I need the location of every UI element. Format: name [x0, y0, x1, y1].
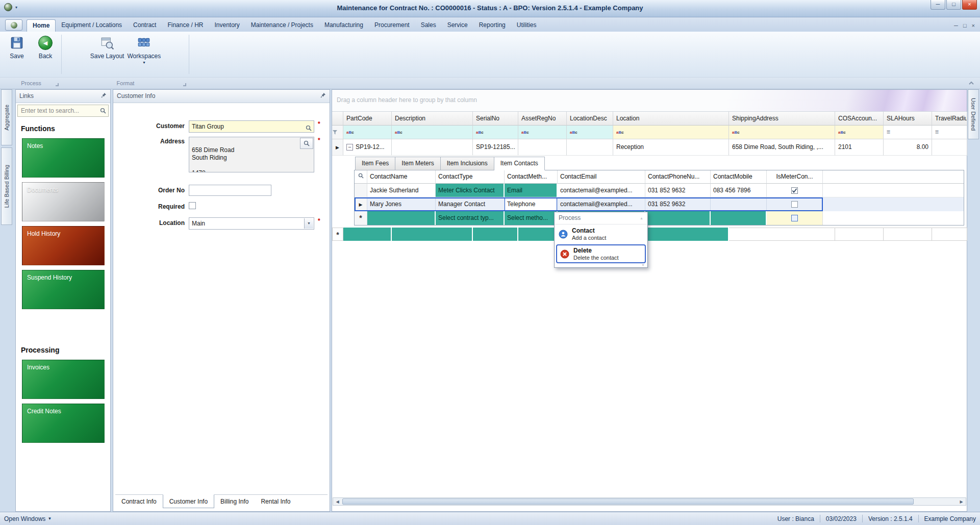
- address-lookup-button[interactable]: [300, 138, 313, 149]
- cell-locationdesc[interactable]: [567, 139, 613, 156]
- filter-cell-travelradius[interactable]: =: [932, 126, 967, 139]
- location-select[interactable]: Main ▼: [189, 217, 314, 230]
- cell-contactemail[interactable]: contactemail@exampled...: [558, 184, 645, 197]
- ribbon-tab-inventory[interactable]: Inventory: [209, 19, 245, 32]
- open-windows-button[interactable]: Open Windows: [4, 515, 45, 522]
- cell-contactname[interactable]: Jackie Sutherland: [367, 184, 436, 197]
- column-header-contactname[interactable]: ContactName: [367, 170, 436, 184]
- order-no-field[interactable]: [189, 185, 271, 196]
- filter-cell-partcode[interactable]: aBc: [343, 126, 392, 139]
- invoices-button[interactable]: Invoices: [22, 360, 105, 399]
- filter-cell-serialno[interactable]: aBc: [473, 126, 518, 139]
- contact-new-row[interactable]: * Select contract typ... Select metho...: [355, 211, 964, 225]
- credit-notes-button[interactable]: Credit Notes: [22, 404, 105, 443]
- ribbon-tab-home[interactable]: Home: [27, 19, 56, 32]
- column-header-contactmobile[interactable]: ContactMobile: [711, 170, 767, 184]
- column-header-ismetercontact[interactable]: IsMeterCon...: [767, 170, 823, 184]
- app-menu-button[interactable]: [5, 19, 22, 31]
- column-header-description[interactable]: Description: [392, 112, 473, 126]
- column-header-shippingaddress[interactable]: ShippingAddress: [729, 112, 835, 126]
- save-button[interactable]: Save: [4, 32, 30, 78]
- contract-item-row[interactable]: ▶ −SP19-12... SP19-12185... Reception 65…: [332, 139, 967, 156]
- open-windows-caret-icon[interactable]: ▼: [47, 516, 52, 521]
- cell-shippingaddress[interactable]: 658 Dime Road, South Riding, ,...: [729, 139, 835, 156]
- menu-item-contact[interactable]: Contact Add a contact: [555, 224, 647, 243]
- group-by-bar[interactable]: Drag a column header here to group by th…: [332, 90, 967, 112]
- new-cell-shippingaddress[interactable]: [729, 228, 835, 241]
- menu-item-delete[interactable]: Delete Delete the contact: [556, 244, 646, 263]
- cell-contactphone[interactable]: 031 852 9632: [645, 197, 711, 211]
- group-dialog-launcher-icon[interactable]: [183, 83, 186, 86]
- ribbon-tab-manufacturing[interactable]: Manufacturing: [319, 19, 369, 32]
- new-cell-contactphone[interactable]: [645, 211, 711, 225]
- column-header-contacttype[interactable]: ContactType: [436, 170, 505, 184]
- tab-item-meters[interactable]: Item Meters: [395, 157, 440, 170]
- new-cell-partcode[interactable]: [343, 228, 392, 241]
- checkbox-unchecked-icon[interactable]: [791, 201, 798, 208]
- save-layout-button[interactable]: Save Layout: [90, 32, 124, 78]
- checkbox-checked-icon[interactable]: [791, 187, 798, 194]
- new-cell-slahours[interactable]: [884, 228, 932, 241]
- cell-partcode[interactable]: −SP19-12...: [343, 139, 392, 156]
- ribbon-tab-service[interactable]: Service: [442, 19, 473, 32]
- workspaces-button[interactable]: Workspaces ▼: [127, 32, 161, 78]
- horizontal-scrollbar[interactable]: ◀ ▶: [333, 497, 966, 506]
- group-dialog-launcher-icon[interactable]: [56, 83, 59, 86]
- grid-new-row[interactable]: *: [332, 228, 967, 241]
- tab-item-fees[interactable]: Item Fees: [355, 157, 395, 170]
- new-cell-contactmethod[interactable]: Select metho...: [505, 211, 558, 225]
- tab-rental-info[interactable]: Rental Info: [255, 495, 296, 508]
- cell-slahours[interactable]: 8.00: [884, 139, 932, 156]
- new-cell-contactmobile[interactable]: [711, 211, 767, 225]
- cell-serialno[interactable]: SP19-12185...: [473, 139, 518, 156]
- column-header-cosaccount[interactable]: COSAccoun...: [835, 112, 884, 126]
- filter-cell-slahours[interactable]: =: [884, 126, 932, 139]
- filter-cell-location[interactable]: aBc: [613, 126, 729, 139]
- cell-contactphone[interactable]: 031 852 9632: [645, 184, 711, 197]
- filter-cell-assetregno[interactable]: aBc: [518, 126, 567, 139]
- filter-cell-shippingaddress[interactable]: aBc: [729, 126, 835, 139]
- scroll-right-icon[interactable]: ▶: [957, 499, 966, 504]
- cell-location[interactable]: Reception: [613, 139, 729, 156]
- links-search-input[interactable]: [17, 105, 109, 117]
- dock-tab-life-based-billing[interactable]: Life Based Billing: [1, 147, 12, 225]
- column-header-partcode[interactable]: PartCode: [343, 112, 392, 126]
- cell-contacttype[interactable]: Manager Contact: [436, 197, 505, 211]
- address-field[interactable]: 658 Dime Road South Riding 1478: [189, 137, 314, 172]
- tab-item-inclusions[interactable]: Item Inclusions: [441, 157, 494, 170]
- cell-ismetercontact[interactable]: [767, 184, 823, 197]
- ribbon-tab-utilities[interactable]: Utilities: [511, 19, 542, 32]
- mdi-close-icon[interactable]: ×: [972, 22, 975, 29]
- filter-cell-cosaccount[interactable]: aBc: [835, 126, 884, 139]
- cell-contacttype[interactable]: Meter Clicks Contact: [436, 184, 505, 197]
- ribbon-tab-procurement[interactable]: Procurement: [369, 19, 415, 32]
- collapse-detail-icon[interactable]: −: [346, 144, 353, 151]
- ribbon-tab-maintenance-projects[interactable]: Maintenance / Projects: [245, 19, 319, 32]
- maximize-button[interactable]: □: [946, 0, 961, 10]
- column-header-location[interactable]: Location: [613, 112, 729, 126]
- filter-cell-locationdesc[interactable]: aBc: [567, 126, 613, 139]
- column-header-slahours[interactable]: SLAHours: [884, 112, 932, 126]
- cell-assetregno[interactable]: [518, 139, 567, 156]
- column-header-serialno[interactable]: SerialNo: [473, 112, 518, 126]
- hold-history-button[interactable]: Hold History: [22, 226, 105, 265]
- contacts-search-icon[interactable]: [355, 170, 367, 184]
- tab-customer-info[interactable]: Customer Info: [163, 494, 214, 508]
- column-header-contactemail[interactable]: ContactEmail: [558, 170, 645, 184]
- cell-ismetercontact[interactable]: [767, 197, 823, 211]
- notes-button[interactable]: Notes: [22, 138, 105, 178]
- location-dropdown-icon[interactable]: ▼: [304, 218, 313, 229]
- cell-cosaccount[interactable]: 2101: [835, 139, 884, 156]
- ribbon-tab-reporting[interactable]: Reporting: [473, 19, 511, 32]
- mdi-minimize-icon[interactable]: ─: [954, 22, 958, 29]
- ribbon-tab-finance-hr[interactable]: Finance / HR: [162, 19, 209, 32]
- cell-contactemail[interactable]: contactemail@exampled...: [558, 197, 645, 211]
- cell-travelradius[interactable]: [932, 139, 967, 156]
- new-cell-travelradius[interactable]: [932, 228, 967, 241]
- filter-cell-description[interactable]: aBc: [392, 126, 473, 139]
- column-header-locationdesc[interactable]: LocationDesc: [567, 112, 613, 126]
- tab-contract-info[interactable]: Contract Info: [115, 495, 163, 508]
- mdi-restore-icon[interactable]: □: [963, 22, 967, 29]
- contact-row[interactable]: Jackie Sutherland Meter Clicks Contact E…: [355, 184, 964, 197]
- cell-contactname[interactable]: Mary Jones: [367, 197, 436, 211]
